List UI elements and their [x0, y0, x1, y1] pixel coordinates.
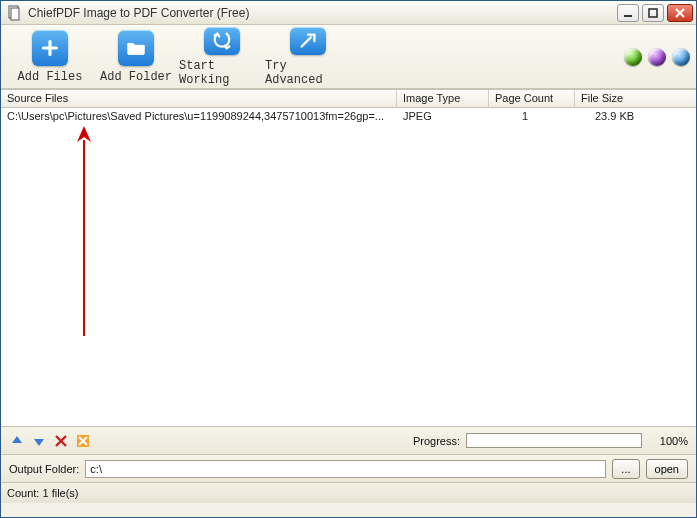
output-folder-input[interactable] — [85, 460, 606, 478]
table-row[interactable]: C:\Users\pc\Pictures\Saved Pictures\u=11… — [1, 108, 696, 126]
move-down-button[interactable] — [31, 433, 47, 449]
col-file-size[interactable]: File Size — [575, 90, 673, 107]
main-toolbar: Add Files Add Folder Start Working Try A… — [1, 25, 696, 89]
file-list: Source Files Image Type Page Count File … — [1, 89, 696, 427]
title-bar: ChiefPDF Image to PDF Converter (Free) — [1, 1, 696, 25]
move-up-button[interactable] — [9, 433, 25, 449]
browse-button[interactable]: ... — [612, 459, 639, 479]
svg-rect-3 — [649, 9, 657, 17]
close-button[interactable] — [667, 4, 693, 22]
app-icon — [7, 5, 23, 21]
try-advanced-label: Try Advanced — [265, 59, 351, 87]
orb-blue-button[interactable] — [672, 48, 690, 66]
progress-bar — [466, 433, 642, 448]
orb-purple-button[interactable] — [648, 48, 666, 66]
add-folder-label: Add Folder — [100, 70, 172, 84]
clear-all-button[interactable] — [75, 433, 91, 449]
try-advanced-icon — [290, 27, 326, 55]
app-window: ChiefPDF Image to PDF Converter (Free) A… — [0, 0, 697, 518]
progress-percent: 100% — [652, 435, 688, 447]
col-page-count[interactable]: Page Count — [489, 90, 575, 107]
start-working-button[interactable]: Start Working — [179, 27, 265, 87]
open-button[interactable]: open — [646, 459, 688, 479]
svg-rect-1 — [11, 8, 19, 20]
file-list-body[interactable]: C:\Users\pc\Pictures\Saved Pictures\u=11… — [1, 108, 696, 426]
add-files-label: Add Files — [18, 70, 83, 84]
start-working-label: Start Working — [179, 59, 265, 87]
status-bar: Count: 1 file(s) — [1, 483, 696, 503]
progress-label: Progress: — [413, 435, 460, 447]
cell-page: 1 — [489, 108, 575, 126]
add-files-button[interactable]: Add Files — [7, 27, 93, 87]
output-folder-label: Output Folder: — [9, 463, 79, 475]
file-list-header: Source Files Image Type Page Count File … — [1, 90, 696, 108]
remove-item-button[interactable] — [53, 433, 69, 449]
status-count: Count: 1 file(s) — [7, 487, 79, 499]
cell-source: C:\Users\pc\Pictures\Saved Pictures\u=11… — [1, 108, 397, 126]
output-bar: Output Folder: ... open — [1, 455, 696, 483]
window-title: ChiefPDF Image to PDF Converter (Free) — [28, 6, 614, 20]
try-advanced-button[interactable]: Try Advanced — [265, 27, 351, 87]
annotation-arrow — [74, 126, 94, 346]
start-working-icon — [204, 27, 240, 55]
cell-type: JPEG — [397, 108, 489, 126]
add-folder-icon — [118, 30, 154, 66]
orb-green-button[interactable] — [624, 48, 642, 66]
col-source[interactable]: Source Files — [1, 90, 397, 107]
maximize-button[interactable] — [642, 4, 664, 22]
add-folder-button[interactable]: Add Folder — [93, 27, 179, 87]
svg-rect-2 — [624, 15, 632, 17]
minimize-button[interactable] — [617, 4, 639, 22]
add-files-icon — [32, 30, 68, 66]
cell-size: 23.9 KB — [575, 108, 673, 126]
list-toolbar: Progress: 100% — [1, 427, 696, 455]
col-image-type[interactable]: Image Type — [397, 90, 489, 107]
